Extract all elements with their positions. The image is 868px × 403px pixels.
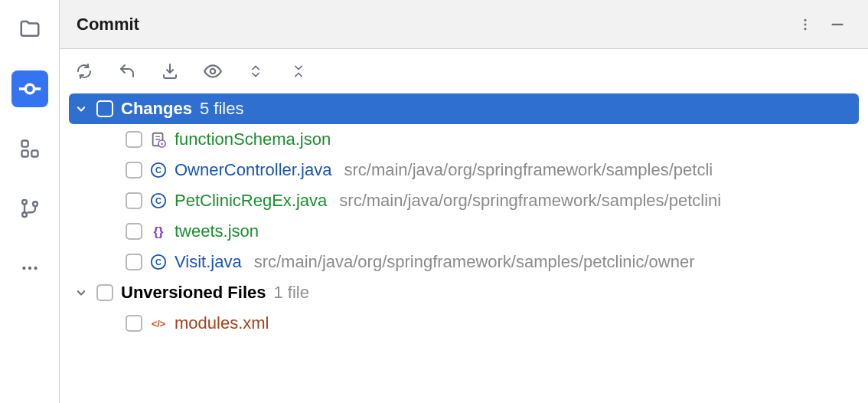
file-row[interactable]: CVisit.javasrc/main/java/org/springframe… [69,247,859,277]
more-tools-button[interactable] [11,250,48,287]
svg-rect-5 [31,150,38,156]
expand-icon [248,64,263,79]
svg-point-11 [34,267,37,270]
group-count: 5 files [200,99,243,119]
file-name: tweets.json [175,221,259,241]
refresh-icon [75,62,93,80]
file-checkbox[interactable] [126,315,142,332]
hide-button[interactable] [824,11,851,38]
changes-group-row[interactable]: Changes5 files [69,93,859,124]
chevron-down-icon [73,101,89,116]
svg-point-13 [804,23,807,25]
file-row[interactable]: </>modules.xml [69,308,859,339]
file-name: modules.xml [175,313,269,333]
pull-requests-tool-button[interactable] [11,190,48,227]
svg-text:{}: {} [154,224,164,238]
svg-rect-3 [21,141,28,147]
minimize-icon [829,16,846,33]
expand-all-button[interactable] [245,61,266,82]
file-row[interactable]: ✦functionSchema.json [69,124,859,155]
file-checkbox[interactable] [126,192,142,209]
download-icon [161,62,179,80]
svg-point-16 [210,69,216,74]
commit-toolbar [60,49,868,93]
rollback-button[interactable] [116,61,138,82]
svg-text:C: C [155,165,162,175]
svg-text:C: C [155,196,162,205]
changes-group-row[interactable]: Unversioned Files1 file [69,277,859,308]
file-name: functionSchema.json [175,129,331,149]
file-path: src/main/java/org/springframework/sample… [344,160,713,180]
svg-point-12 [804,18,807,21]
file-checkbox[interactable] [126,131,142,148]
svg-rect-4 [21,150,28,156]
collapse-all-button[interactable] [288,61,309,82]
file-path: src/main/java/org/springframework/sample… [254,252,695,272]
file-type-icon: ✦ [150,131,167,148]
file-name: PetClinicRegEx.java [175,191,327,211]
svg-text:✦: ✦ [160,141,164,146]
file-name: OwnerController.java [175,160,331,180]
eye-icon [203,61,223,81]
structure-icon [19,138,41,159]
file-checkbox[interactable] [126,162,142,179]
file-checkbox[interactable] [126,254,142,270]
svg-point-14 [804,28,807,30]
file-type-icon: </> [150,315,167,332]
panel-title: Commit [77,15,139,34]
file-type-icon: {} [150,223,167,240]
collapse-icon [291,64,306,79]
more-horizontal-icon [20,258,40,278]
svg-point-0 [25,84,34,93]
panel-titlebar: Commit [60,0,868,49]
file-type-icon: C [150,192,167,209]
file-row[interactable]: {}tweets.json [69,216,859,247]
file-name: Visit.java [175,252,242,272]
svg-text:</>: </> [152,318,166,329]
group-label: Unversioned Files [121,283,266,303]
undo-icon [118,62,136,80]
options-button[interactable] [791,11,819,38]
commit-panel: Commit [60,0,868,403]
group-checkbox[interactable] [96,284,113,301]
chevron-down-icon [73,285,89,300]
structure-tool-button[interactable] [11,130,48,167]
file-type-icon: C [150,162,167,179]
svg-text:C: C [155,257,162,267]
file-type-icon: C [150,254,167,270]
changes-tree: Changes5 files✦functionSchema.jsonCOwner… [60,93,868,403]
group-label: Changes [121,99,192,119]
svg-point-9 [22,267,25,270]
commit-tool-button[interactable] [11,70,48,107]
folder-icon [18,18,41,41]
file-path: src/main/java/org/springframework/sample… [339,191,721,211]
refresh-button[interactable] [73,61,95,82]
group-checkbox[interactable] [96,100,113,117]
diff-preview-button[interactable] [202,61,224,82]
file-checkbox[interactable] [126,223,142,240]
group-count: 1 file [274,283,309,303]
svg-point-10 [28,267,31,270]
svg-point-8 [33,202,38,206]
project-tool-button[interactable] [11,11,48,48]
shelve-button[interactable] [159,61,181,82]
svg-point-6 [22,200,27,205]
svg-point-7 [22,212,27,217]
file-row[interactable]: COwnerController.javasrc/main/java/org/s… [69,155,859,185]
file-row[interactable]: CPetClinicRegEx.javasrc/main/java/org/sp… [69,185,859,216]
commit-icon [17,76,43,102]
git-branch-icon [19,198,41,219]
left-tool-rail [0,0,60,403]
more-vertical-icon [798,17,813,32]
